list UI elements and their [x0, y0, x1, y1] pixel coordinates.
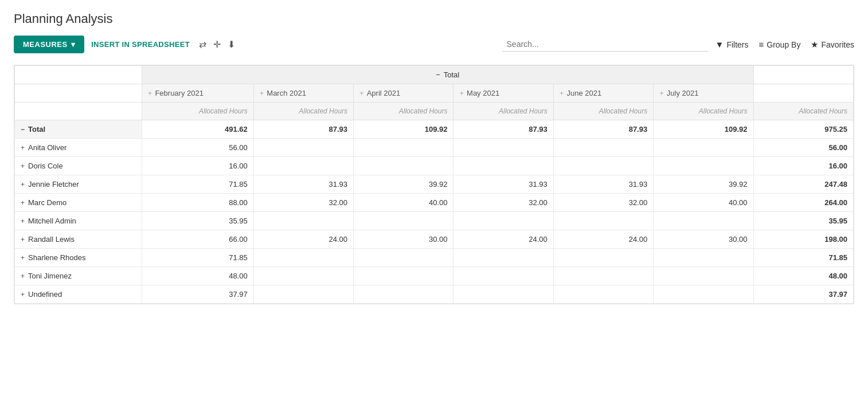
- row-label-5: +Randall Lewis: [15, 230, 142, 249]
- download-icon[interactable]: ⬇: [228, 39, 235, 50]
- row-expand-icon-5[interactable]: +: [21, 236, 25, 244]
- total-value-5: 109.92: [654, 120, 753, 139]
- row-expand-icon-8[interactable]: +: [21, 291, 25, 299]
- cell-5-5: 30.00: [654, 230, 753, 249]
- cell-0-1: [253, 139, 353, 157]
- cell-5-3: 24.00: [453, 230, 553, 249]
- filter-icon: ▼: [715, 40, 724, 49]
- cell-2-6: 247.48: [753, 175, 853, 194]
- table-row: +Doris Cole16.0016.00: [15, 157, 854, 175]
- cell-3-3: 32.00: [453, 194, 553, 212]
- alloc-header-1: Allocated Hours: [253, 103, 353, 120]
- month-header-4: +June 2021: [553, 84, 653, 103]
- alloc-header-2: Allocated Hours: [354, 103, 453, 120]
- cell-4-6: 35.95: [753, 212, 853, 230]
- favorites-button[interactable]: ★ Favorites: [811, 40, 854, 50]
- cell-6-6: 71.85: [753, 249, 853, 267]
- insert-spreadsheet-button[interactable]: INSERT IN SPREADSHEET: [91, 40, 190, 49]
- search-input[interactable]: [502, 37, 709, 52]
- cell-5-0: 66.00: [142, 230, 253, 249]
- cell-7-2: [354, 267, 453, 285]
- total-value-6: 975.25: [753, 120, 853, 139]
- cell-0-4: [553, 139, 653, 157]
- cell-1-5: [654, 157, 753, 175]
- last-col-month-header: [753, 84, 853, 103]
- row-expand-icon-1[interactable]: +: [21, 162, 25, 170]
- table-row: +Randall Lewis66.0024.0030.0024.0024.003…: [15, 230, 854, 249]
- cell-2-5: 39.92: [654, 175, 753, 194]
- groupby-button[interactable]: ≡ Group By: [759, 40, 801, 49]
- alloc-header-5: Allocated Hours: [654, 103, 753, 120]
- cell-3-4: 32.00: [553, 194, 653, 212]
- month-header-0: +February 2021: [142, 84, 253, 103]
- cell-6-1: [253, 249, 353, 267]
- cell-8-5: [654, 285, 753, 304]
- move-icon[interactable]: ✛: [213, 39, 221, 50]
- cell-5-2: 30.00: [354, 230, 453, 249]
- cell-2-2: 39.92: [354, 175, 453, 194]
- row-label-4: +Mitchell Admin: [15, 212, 142, 230]
- total-collapse-icon[interactable]: −: [21, 125, 25, 134]
- cell-4-0: 35.95: [142, 212, 253, 230]
- month-header-5: +July 2021: [654, 84, 753, 103]
- filters-label: Filters: [726, 40, 748, 49]
- alloc-header-0: Allocated Hours: [142, 103, 253, 120]
- row-expand-icon-3[interactable]: +: [21, 199, 25, 207]
- cell-2-4: 31.93: [553, 175, 653, 194]
- cell-3-6: 264.00: [753, 194, 853, 212]
- row-expand-icon-0[interactable]: +: [21, 144, 25, 152]
- cell-8-0: 37.97: [142, 285, 253, 304]
- cell-2-1: 31.93: [253, 175, 353, 194]
- row-label-7: +Toni Jimenez: [15, 267, 142, 285]
- cell-7-6: 48.00: [753, 267, 853, 285]
- filters-button[interactable]: ▼ Filters: [715, 40, 749, 49]
- cell-8-3: [453, 285, 553, 304]
- row-expand-icon-4[interactable]: +: [21, 217, 25, 225]
- cell-4-1: [253, 212, 353, 230]
- cell-1-3: [453, 157, 553, 175]
- cell-5-6: 198.00: [753, 230, 853, 249]
- alloc-header-4: Allocated Hours: [553, 103, 653, 120]
- measures-dropdown-icon: ▾: [71, 40, 76, 49]
- row-label-2: +Jennie Fletcher: [15, 175, 142, 194]
- total-header: −Total: [142, 66, 753, 84]
- groupby-icon: ≡: [759, 40, 764, 49]
- total-value-4: 87.93: [553, 120, 653, 139]
- table-row: +Anita Oliver56.0056.00: [15, 139, 854, 157]
- cell-1-2: [354, 157, 453, 175]
- row-label-0: +Anita Oliver: [15, 139, 142, 157]
- alloc-empty-header: [15, 103, 142, 120]
- page-title: Planning Analysis: [14, 11, 854, 26]
- cell-6-4: [553, 249, 653, 267]
- cell-6-5: [654, 249, 753, 267]
- cell-3-5: 40.00: [654, 194, 753, 212]
- cell-5-1: 24.00: [253, 230, 353, 249]
- favorites-label: Favorites: [821, 40, 854, 49]
- cell-2-0: 71.85: [142, 175, 253, 194]
- cell-1-1: [253, 157, 353, 175]
- row-expand-icon-6[interactable]: +: [21, 254, 25, 262]
- row-expand-icon-7[interactable]: +: [21, 272, 25, 280]
- cell-8-4: [553, 285, 653, 304]
- row-label-header: [15, 84, 142, 103]
- cell-0-2: [354, 139, 453, 157]
- cell-1-4: [553, 157, 653, 175]
- table-row: +Jennie Fletcher71.8531.9339.9231.9331.9…: [15, 175, 854, 194]
- cell-7-0: 48.00: [142, 267, 253, 285]
- swap-icon[interactable]: ⇄: [199, 39, 206, 50]
- pivot-table: −Total +February 2021+March 2021+April 2…: [14, 65, 854, 304]
- total-row: −Total491.6287.93109.9287.9387.93109.929…: [15, 120, 854, 139]
- cell-8-2: [354, 285, 453, 304]
- star-icon: ★: [811, 40, 818, 50]
- total-value-3: 87.93: [453, 120, 553, 139]
- cell-1-6: 16.00: [753, 157, 853, 175]
- row-label-8: +Undefined: [15, 285, 142, 304]
- alloc-header-3: Allocated Hours: [453, 103, 553, 120]
- row-expand-icon-2[interactable]: +: [21, 181, 25, 189]
- cell-4-3: [453, 212, 553, 230]
- cell-5-4: 24.00: [553, 230, 653, 249]
- month-header-2: +April 2021: [354, 84, 453, 103]
- cell-0-0: 56.00: [142, 139, 253, 157]
- measures-label: MEASURES: [23, 40, 68, 49]
- measures-button[interactable]: MEASURES ▾: [14, 36, 84, 53]
